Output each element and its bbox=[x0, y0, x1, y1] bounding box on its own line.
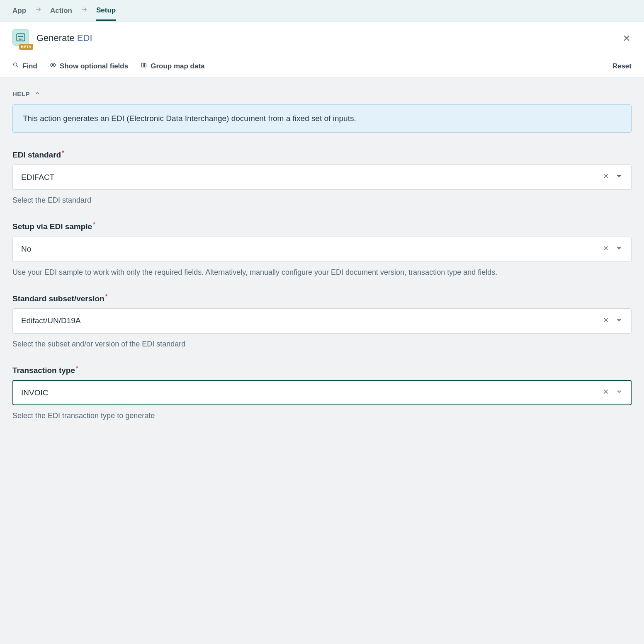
group-icon bbox=[141, 62, 147, 70]
setup-via-sample-value: No bbox=[21, 245, 602, 254]
label-text: Transaction type bbox=[12, 366, 75, 375]
svg-text:EDI: EDI bbox=[19, 38, 23, 41]
arrow-right-icon bbox=[80, 6, 88, 15]
breadcrumb-action[interactable]: Action bbox=[50, 7, 72, 15]
edi-standard-value: EDIFACT bbox=[21, 173, 602, 182]
clear-icon[interactable] bbox=[602, 316, 610, 326]
setup-via-sample-help: Use your EDI sample to work with only th… bbox=[12, 267, 632, 278]
group-map-label: Group map data bbox=[151, 62, 204, 70]
clear-icon[interactable] bbox=[602, 172, 610, 182]
edi-standard-help: Select the EDI standard bbox=[12, 195, 632, 206]
clear-icon[interactable] bbox=[602, 388, 610, 397]
title-prefix: Generate bbox=[36, 33, 77, 43]
setup-via-sample-label: Setup via EDI sample* bbox=[12, 221, 632, 231]
show-optional-label: Show optional fields bbox=[60, 62, 128, 70]
field-edi-standard: EDI standard* EDIFACT Select the EDI sta… bbox=[12, 149, 632, 206]
field-setup-via-sample: Setup via EDI sample* No Use your EDI sa… bbox=[12, 221, 632, 278]
transaction-type-label: Transaction type* bbox=[12, 365, 632, 375]
show-optional-button[interactable]: Show optional fields bbox=[50, 62, 128, 70]
transaction-type-help: Select the EDI transaction type to gener… bbox=[12, 410, 632, 421]
help-label: HELP bbox=[12, 90, 30, 97]
clear-icon[interactable] bbox=[602, 245, 610, 254]
close-button[interactable] bbox=[622, 33, 632, 43]
title-link[interactable]: EDI bbox=[77, 33, 92, 43]
standard-subset-label: Standard subset/version* bbox=[12, 293, 632, 303]
required-icon: * bbox=[62, 149, 64, 156]
help-description: This action generates an EDI (Electronic… bbox=[12, 104, 632, 133]
chevron-down-icon[interactable] bbox=[615, 245, 623, 254]
svg-point-4 bbox=[14, 63, 17, 66]
standard-subset-help: Select the subset and/or version of the … bbox=[12, 339, 632, 350]
svg-rect-6 bbox=[142, 63, 143, 67]
transaction-type-select[interactable]: INVOIC bbox=[12, 380, 632, 405]
toolbar: Find Show optional fields Group map data… bbox=[0, 55, 644, 77]
find-label: Find bbox=[22, 62, 37, 70]
form-area: HELP This action generates an EDI (Elect… bbox=[0, 77, 644, 449]
transaction-type-value: INVOIC bbox=[21, 388, 602, 397]
help-toggle[interactable]: HELP bbox=[12, 90, 632, 98]
find-button[interactable]: Find bbox=[12, 62, 37, 70]
page-title: Generate EDI bbox=[36, 33, 92, 44]
standard-subset-select[interactable]: Edifact/UN/D19A bbox=[12, 308, 632, 334]
label-text: Standard subset/version bbox=[12, 294, 104, 303]
required-icon: * bbox=[76, 365, 78, 371]
required-icon: * bbox=[105, 293, 107, 300]
setup-via-sample-select[interactable]: No bbox=[12, 237, 632, 262]
search-icon bbox=[12, 62, 19, 70]
beta-badge: BETA bbox=[19, 44, 33, 50]
arrow-right-icon bbox=[34, 6, 42, 15]
edi-standard-label: EDI standard* bbox=[12, 149, 632, 160]
header-bar: EDI BETA Generate EDI bbox=[0, 22, 644, 55]
group-map-button[interactable]: Group map data bbox=[141, 62, 204, 70]
breadcrumb: App Action Setup bbox=[0, 0, 644, 22]
svg-point-5 bbox=[52, 64, 54, 66]
edi-app-icon: EDI BETA bbox=[12, 29, 31, 47]
chevron-down-icon[interactable] bbox=[615, 316, 623, 326]
breadcrumb-app[interactable]: App bbox=[12, 7, 26, 15]
breadcrumb-setup[interactable]: Setup bbox=[96, 6, 116, 21]
field-standard-subset: Standard subset/version* Edifact/UN/D19A… bbox=[12, 293, 632, 350]
reset-button[interactable]: Reset bbox=[612, 62, 632, 70]
chevron-down-icon[interactable] bbox=[615, 172, 623, 182]
label-text: EDI standard bbox=[12, 150, 61, 159]
edi-standard-select[interactable]: EDIFACT bbox=[12, 165, 632, 190]
field-transaction-type: Transaction type* INVOIC Select the EDI … bbox=[12, 365, 632, 421]
standard-subset-value: Edifact/UN/D19A bbox=[21, 316, 602, 325]
chevron-up-icon bbox=[34, 90, 41, 98]
eye-icon bbox=[50, 62, 56, 70]
required-icon: * bbox=[93, 221, 95, 228]
label-text: Setup via EDI sample bbox=[12, 223, 92, 231]
svg-rect-7 bbox=[145, 63, 146, 67]
chevron-down-icon[interactable] bbox=[615, 388, 623, 397]
